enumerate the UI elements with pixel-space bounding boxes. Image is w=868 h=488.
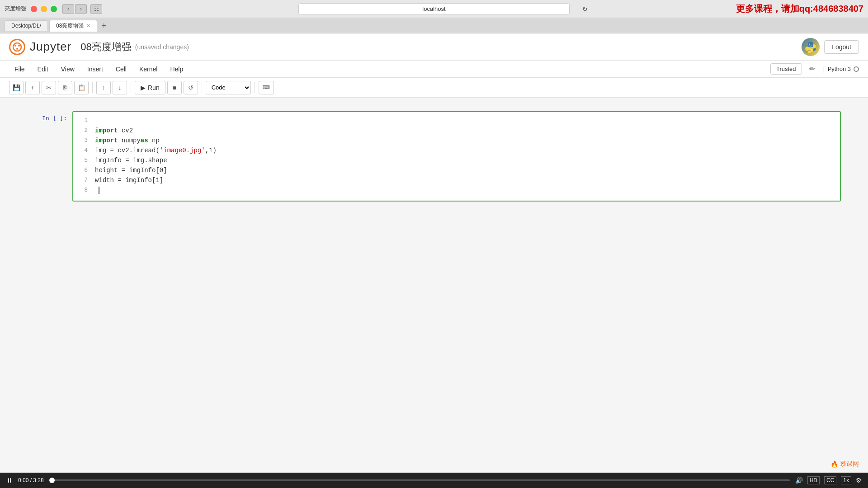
- title-bar-left-text: 亮度增强: [5, 5, 26, 13]
- tab-label: Desktop/DL/: [11, 23, 41, 29]
- menu-kernel[interactable]: Kernel: [134, 63, 163, 75]
- code-line-4: 4 img = cv2.imread( 'image0.jpg' ,1): [79, 145, 835, 155]
- line-number: 3: [79, 136, 88, 145]
- url-text: localhost: [422, 5, 445, 12]
- bottom-icons: 🔊 HD CC 1x ⚙: [795, 476, 862, 484]
- sidebar-toggle[interactable]: ☷: [90, 4, 102, 14]
- separator: [131, 82, 131, 93]
- jupyter-header: Jupyter 08亮度增强 (unsaved changes) Logout: [0, 33, 868, 61]
- python-icon: [804, 41, 817, 53]
- restart-button[interactable]: ↺: [184, 81, 198, 94]
- header-right: Logout: [802, 38, 859, 56]
- menu-insert[interactable]: Insert: [82, 63, 108, 75]
- tab-close-icon[interactable]: ✕: [86, 23, 90, 29]
- fire-icon: 🔥: [830, 460, 838, 468]
- tab-label: 08亮度增强: [56, 22, 84, 30]
- edit-icon-button[interactable]: ✏: [806, 63, 819, 75]
- code-line-3: 3 import numpy as np: [79, 136, 835, 145]
- url-bar[interactable]: localhost: [298, 3, 570, 15]
- menu-right: Trusted ✏ | Python 3: [770, 63, 859, 75]
- back-button[interactable]: ‹: [62, 4, 74, 14]
- progress-knob[interactable]: [49, 478, 55, 483]
- bottom-bar: ⏸ 0:00 / 3:28 🔊 HD CC 1x ⚙: [0, 473, 868, 488]
- line-number: 8: [79, 185, 88, 195]
- run-icon: ▶: [141, 84, 146, 91]
- tab-notebook[interactable]: 08亮度增强 ✕: [49, 20, 97, 32]
- settings-icon-1[interactable]: HD: [807, 476, 820, 484]
- logout-button[interactable]: Logout: [824, 40, 859, 54]
- line-number: 7: [79, 175, 88, 185]
- cell-type-select[interactable]: Code: [206, 81, 251, 94]
- menu-file[interactable]: File: [9, 63, 30, 75]
- move-up-button[interactable]: ↑: [96, 81, 111, 94]
- close-button[interactable]: [31, 6, 37, 12]
- cell-prompt: In [ ]:: [27, 111, 72, 202]
- copy-button[interactable]: ⎘: [58, 81, 72, 94]
- menu-view[interactable]: View: [56, 63, 80, 75]
- watermark: 🔥 慕课网: [830, 460, 859, 468]
- divider: |: [822, 65, 824, 73]
- toolbar: 💾 + ✂ ⎘ 📋 ↑ ↓ ▶ Run ■ ↺ Code ⌨: [0, 78, 868, 98]
- ad-text: 更多课程，请加qq:4846838407: [736, 3, 863, 15]
- jupyter-icon: [12, 42, 23, 52]
- interrupt-button[interactable]: ■: [167, 81, 182, 94]
- code-line-2: 2 import cv2: [79, 126, 835, 136]
- code-editor[interactable]: 1 2 import cv2 3 import numpy as np: [73, 112, 840, 199]
- menu-help[interactable]: Help: [165, 63, 189, 75]
- separator: [255, 82, 255, 93]
- tab-desktop[interactable]: Desktop/DL/: [5, 20, 48, 31]
- play-pause-button[interactable]: ⏸: [6, 477, 13, 484]
- volume-icon[interactable]: 🔊: [795, 477, 803, 484]
- watermark-text: 慕课网: [840, 460, 859, 468]
- main-content: In [ ]: 1 2 import cv2 3 import: [0, 98, 868, 473]
- run-label: Run: [148, 84, 160, 91]
- settings-icon-4[interactable]: ⚙: [856, 477, 862, 484]
- menu-edit[interactable]: Edit: [32, 63, 54, 75]
- separator: [202, 82, 202, 93]
- run-button[interactable]: ▶ Run: [135, 81, 165, 94]
- cell-body[interactable]: 1 2 import cv2 3 import numpy as np: [72, 111, 841, 202]
- kernel-info: Python 3: [828, 66, 859, 72]
- kernel-status-circle: [854, 66, 859, 72]
- menu-bar: File Edit View Insert Cell Kernel Help T…: [0, 61, 868, 78]
- line-number: 2: [79, 126, 88, 136]
- save-button[interactable]: 💾: [9, 81, 24, 94]
- line-number: 1: [79, 116, 88, 126]
- svg-point-4: [809, 43, 810, 44]
- code-line-7: 7 width = imgInfo[1]: [79, 175, 835, 185]
- jupyter-logo: Jupyter: [9, 39, 71, 55]
- code-line-6: 6 height = imgInfo[0]: [79, 165, 835, 175]
- traffic-lights: [31, 6, 57, 12]
- cell-container: In [ ]: 1 2 import cv2 3 import: [27, 111, 841, 202]
- kernel-label: Python 3: [828, 66, 851, 72]
- tab-bar: Desktop/DL/ 08亮度增强 ✕ +: [0, 18, 868, 33]
- add-cell-button[interactable]: +: [25, 81, 40, 94]
- code-line-1: 1: [79, 116, 835, 126]
- menu-cell[interactable]: Cell: [110, 63, 132, 75]
- python-logo-icon: [802, 38, 820, 56]
- notebook-title[interactable]: 08亮度增强: [80, 40, 131, 54]
- reload-button[interactable]: ↻: [582, 5, 588, 13]
- minimize-button[interactable]: [41, 6, 47, 12]
- paste-button[interactable]: 📋: [74, 81, 89, 94]
- cut-button[interactable]: ✂: [42, 81, 56, 94]
- code-line-8: 8: [79, 185, 835, 195]
- forward-button[interactable]: ›: [75, 4, 87, 14]
- move-down-button[interactable]: ↓: [113, 81, 127, 94]
- notebook-subtitle: (unsaved changes): [135, 43, 189, 51]
- svg-point-3: [16, 48, 18, 50]
- code-line-5: 5 imgInfo = img.shape: [79, 155, 835, 165]
- maximize-button[interactable]: [51, 6, 57, 12]
- new-tab-button[interactable]: +: [101, 22, 106, 30]
- svg-point-5: [811, 49, 812, 50]
- svg-point-0: [13, 43, 21, 51]
- separator: [92, 82, 93, 93]
- settings-icon-3[interactable]: 1x: [841, 476, 851, 484]
- keyboard-shortcuts-button[interactable]: ⌨: [259, 81, 274, 94]
- time-display: 0:00 / 3:28: [18, 477, 44, 483]
- settings-icon-2[interactable]: CC: [824, 476, 836, 484]
- line-number: 6: [79, 165, 88, 175]
- line-number: 5: [79, 155, 88, 165]
- progress-bar[interactable]: [49, 479, 790, 481]
- trusted-button[interactable]: Trusted: [770, 63, 802, 75]
